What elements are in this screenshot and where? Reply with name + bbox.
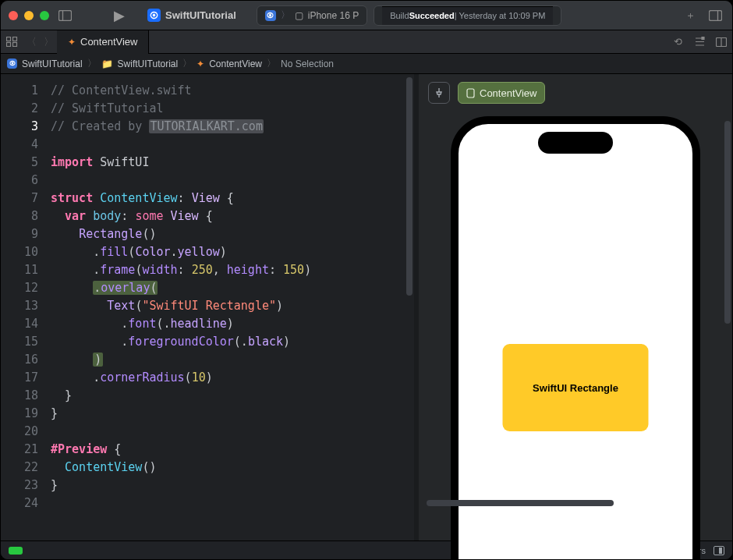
run-button[interactable]: ▶ bbox=[110, 6, 129, 25]
preview-header: ContentView bbox=[419, 74, 732, 112]
project-icon: ⦿ bbox=[7, 58, 17, 69]
code-editor[interactable]: 1 2 3 4 5 6 7 8 9 10 11 12 13 14 15 16 1… bbox=[1, 74, 414, 541]
project-name: SwiftUITutorial bbox=[165, 9, 236, 21]
svg-rect-5 bbox=[6, 43, 10, 47]
svg-rect-7 bbox=[12, 43, 16, 47]
line-gutter: 1 2 3 4 5 6 7 8 9 10 11 12 13 14 15 16 1… bbox=[1, 74, 46, 541]
related-items-icon[interactable] bbox=[1, 37, 23, 47]
svg-rect-14 bbox=[467, 89, 474, 97]
forward-button[interactable]: 〉 bbox=[40, 35, 57, 49]
status-led-icon bbox=[9, 547, 23, 555]
swift-file-icon: ✦ bbox=[197, 58, 204, 69]
device-icon: ▢ bbox=[295, 10, 303, 21]
app-icon: ⦿ bbox=[147, 9, 161, 22]
build-status-pill[interactable]: Build Succeeded | Yesterday at 10:09 PM bbox=[374, 5, 561, 26]
device-icon bbox=[466, 88, 475, 98]
svg-rect-6 bbox=[12, 37, 16, 41]
jump-bar[interactable]: ⦿ SwiftUITutorial 〉 📁 SwiftUITutorial 〉 … bbox=[1, 54, 732, 74]
add-button[interactable]: ＋ bbox=[681, 6, 699, 25]
scheme-icon: ⦿ bbox=[265, 10, 276, 21]
svg-rect-0 bbox=[58, 10, 71, 20]
window-controls bbox=[9, 11, 49, 20]
code-content[interactable]: // ContentView.swift // SwiftTutorial //… bbox=[46, 74, 414, 541]
add-editor-icon[interactable] bbox=[710, 36, 732, 48]
toggle-debug-area-icon[interactable] bbox=[714, 546, 724, 555]
toggle-navigator-icon[interactable] bbox=[55, 6, 74, 25]
svg-rect-11 bbox=[702, 37, 704, 40]
preview-canvas: ContentView SwiftUI Rectangle ▶ bbox=[414, 74, 732, 541]
iphone-frame: SwiftUI Rectangle bbox=[451, 116, 700, 560]
editor-scrollbar[interactable] bbox=[406, 77, 413, 296]
project-title[interactable]: ⦿ SwiftUITutorial bbox=[147, 9, 236, 22]
device-label: iPhone 16 P bbox=[308, 10, 359, 21]
minimize-icon[interactable] bbox=[24, 11, 34, 20]
crumb-folder[interactable]: SwiftUITutorial bbox=[118, 58, 179, 69]
preview-viewport[interactable]: SwiftUI Rectangle bbox=[419, 112, 732, 560]
rendered-rectangle: SwiftUI Rectangle bbox=[503, 344, 649, 431]
refresh-icon[interactable]: ⟲ bbox=[667, 36, 689, 48]
crumb-selection[interactable]: No Selection bbox=[281, 58, 334, 69]
dynamic-island bbox=[538, 132, 613, 154]
close-icon[interactable] bbox=[9, 11, 18, 20]
main-area: 1 2 3 4 5 6 7 8 9 10 11 12 13 14 15 16 1… bbox=[1, 74, 732, 541]
zoom-icon[interactable] bbox=[40, 11, 49, 20]
swift-file-icon: ✦ bbox=[68, 37, 76, 48]
svg-rect-2 bbox=[709, 10, 721, 20]
adjust-editor-icon[interactable] bbox=[689, 36, 710, 48]
title-bar: ▶ ⦿ SwiftUITutorial ⦿ 〉 ▢ iPhone 16 P Bu… bbox=[1, 1, 732, 30]
file-tab-label: ContentView bbox=[80, 36, 137, 48]
rendered-text: SwiftUI Rectangle bbox=[533, 382, 618, 394]
crumb-project[interactable]: SwiftUITutorial bbox=[22, 58, 83, 69]
xcode-window: ▶ ⦿ SwiftUITutorial ⦿ 〉 ▢ iPhone 16 P Bu… bbox=[0, 0, 733, 560]
run-destination[interactable]: ⦿ 〉 ▢ iPhone 16 P bbox=[257, 5, 367, 26]
preview-selector[interactable]: ContentView bbox=[458, 82, 545, 104]
preview-vertical-scrollbar[interactable] bbox=[724, 121, 731, 480]
pin-preview-button[interactable] bbox=[428, 82, 450, 104]
preview-horizontal-scrollbar[interactable] bbox=[427, 500, 614, 506]
tab-bar: 〈 〉 ✦ ContentView ⟲ bbox=[1, 30, 732, 54]
toggle-inspector-icon[interactable] bbox=[706, 6, 724, 25]
crumb-file[interactable]: ContentView bbox=[209, 58, 262, 69]
back-button[interactable]: 〈 bbox=[23, 35, 40, 49]
file-tab-contentview[interactable]: ✦ ContentView bbox=[57, 30, 149, 54]
folder-icon: 📁 bbox=[101, 58, 113, 69]
preview-label: ContentView bbox=[480, 87, 536, 99]
svg-rect-4 bbox=[6, 37, 10, 41]
